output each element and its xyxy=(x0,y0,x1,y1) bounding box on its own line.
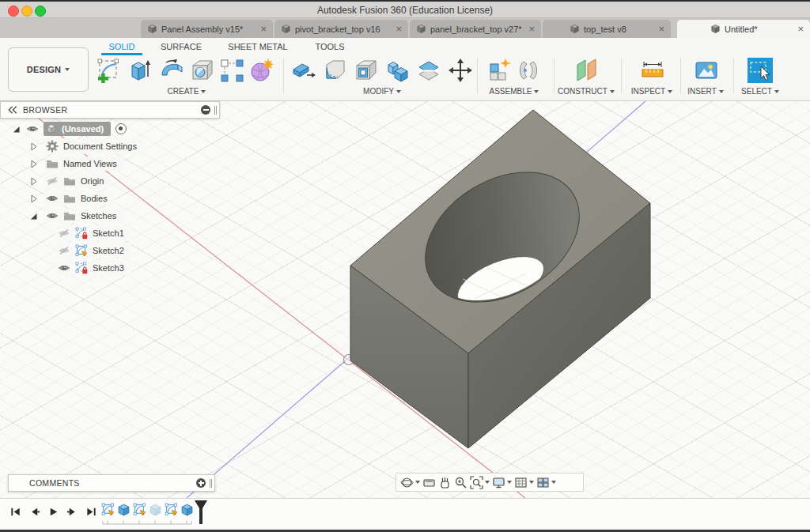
timeline-position-marker[interactable] xyxy=(193,500,209,526)
doc-tab-untitled[interactable]: Untitled* × xyxy=(677,20,810,38)
look-at-tool[interactable] xyxy=(422,476,436,489)
panel-resize-grip[interactable] xyxy=(214,106,217,115)
display-settings-tool[interactable] xyxy=(492,476,512,489)
browser-row-root[interactable]: (Unsaved) xyxy=(11,121,127,137)
document-cube-icon xyxy=(570,24,580,34)
ribbon-tab-sheet-metal[interactable]: SHEET METAL xyxy=(224,42,292,51)
zoom-tool[interactable] xyxy=(454,476,467,489)
model-body[interactable] xyxy=(350,110,650,448)
ribbon-tab-solid[interactable]: SOLID xyxy=(101,42,142,51)
close-tab-icon[interactable]: × xyxy=(260,24,267,34)
collapsed-arrow-icon[interactable] xyxy=(28,159,39,169)
viewports-dropdown-caret[interactable] xyxy=(551,481,556,484)
browser-row-sketch3[interactable]: Sketch3 xyxy=(55,260,131,276)
workspace-selector[interactable]: DESIGN xyxy=(8,47,89,92)
timeline-sketch-feature[interactable] xyxy=(101,503,115,516)
collapsed-arrow-icon[interactable] xyxy=(28,176,39,187)
fit-tool[interactable] xyxy=(470,476,490,489)
timeline-sketch-feature[interactable] xyxy=(165,503,178,516)
browser-row-sketches[interactable]: Sketches xyxy=(28,208,123,224)
new-component-button[interactable] xyxy=(486,56,513,85)
visibility-eye-icon[interactable] xyxy=(26,125,39,133)
hole-button[interactable] xyxy=(188,56,215,85)
browser-panel-header[interactable]: BROWSER xyxy=(0,101,220,119)
browser-row-document-settings[interactable]: Document Settings xyxy=(28,138,144,154)
document-root-item[interactable]: (Unsaved) xyxy=(44,122,111,136)
extrude-button[interactable] xyxy=(127,56,153,85)
doc-tab-panel-assembly[interactable]: Panel Assembly v15* × xyxy=(141,20,273,38)
timeline-extrude-feature-suppressed[interactable] xyxy=(149,503,162,516)
joint-button[interactable] xyxy=(515,56,542,85)
folder-icon xyxy=(63,210,76,221)
ribbon-tab-surface[interactable]: SURFACE xyxy=(157,42,206,51)
revolve-button[interactable] xyxy=(158,56,185,85)
select-group-label[interactable]: SELECT xyxy=(713,87,808,96)
viewports-tool[interactable] xyxy=(536,476,556,489)
browser-row-named-views[interactable]: Named Views xyxy=(28,156,124,172)
grid-display-tool[interactable] xyxy=(514,476,534,489)
expanded-arrow-icon[interactable] xyxy=(11,124,21,134)
add-comment-icon[interactable] xyxy=(196,478,206,488)
collapsed-arrow-icon[interactable] xyxy=(28,141,39,152)
ribbon-tab-tools[interactable]: TOOLS xyxy=(311,42,349,51)
grid-dropdown-caret[interactable] xyxy=(529,481,534,484)
create-group-label[interactable]: CREATE xyxy=(139,87,234,96)
insert-image-button[interactable] xyxy=(693,56,720,85)
collapsed-arrow-icon[interactable] xyxy=(28,194,39,204)
display-dropdown-caret[interactable] xyxy=(507,481,512,484)
visibility-eye-icon[interactable] xyxy=(58,264,70,272)
visibility-eye-off-icon[interactable] xyxy=(58,229,70,237)
panel-resize-grip[interactable] xyxy=(210,479,212,488)
select-button[interactable] xyxy=(747,56,774,85)
pan-tool[interactable] xyxy=(438,476,452,489)
browser-row-bodies[interactable]: Bodies xyxy=(28,191,115,206)
close-tab-icon[interactable]: × xyxy=(528,24,535,34)
panel-minimize-icon[interactable] xyxy=(201,105,210,115)
visibility-eye-icon[interactable] xyxy=(46,212,59,220)
timeline-extrude-feature[interactable] xyxy=(180,503,194,516)
create-form-button[interactable] xyxy=(248,56,275,85)
fusion360-window: Autodesk Fusion 360 (Education License) … xyxy=(0,0,810,532)
collapse-panel-icon[interactable] xyxy=(7,105,18,115)
expanded-arrow-icon[interactable] xyxy=(28,211,39,221)
create-sketch-button[interactable] xyxy=(96,56,123,85)
timeline-playback-controls xyxy=(9,506,97,518)
shell-button[interactable] xyxy=(353,56,380,85)
workspace-label: DESIGN xyxy=(27,65,61,74)
press-pull-button[interactable] xyxy=(290,56,317,85)
close-tab-icon[interactable]: × xyxy=(658,24,664,34)
timeline-sketch-feature[interactable] xyxy=(133,503,146,516)
visibility-eye-icon[interactable] xyxy=(46,194,59,202)
play-button[interactable] xyxy=(47,506,59,518)
browser-row-sketch2[interactable]: Sketch2 xyxy=(55,243,131,258)
skip-to-end-button[interactable] xyxy=(85,506,97,518)
skip-to-start-button[interactable] xyxy=(9,506,21,518)
step-back-button[interactable] xyxy=(28,506,40,518)
construction-plane-button[interactable] xyxy=(573,56,600,85)
fillet-button[interactable] xyxy=(321,56,348,85)
rectangular-pattern-button[interactable] xyxy=(218,56,245,85)
timeline-features xyxy=(101,503,194,516)
move-copy-button[interactable] xyxy=(447,56,474,85)
combine-button[interactable] xyxy=(384,56,411,85)
orbit-tool[interactable] xyxy=(400,476,420,489)
document-cube-icon xyxy=(46,123,57,134)
orbit-dropdown-caret[interactable] xyxy=(415,481,420,484)
close-tab-icon[interactable]: × xyxy=(797,24,804,34)
comments-panel-header[interactable]: COMMENTS xyxy=(8,474,215,492)
split-body-button[interactable] xyxy=(416,56,443,85)
fit-dropdown-caret[interactable] xyxy=(485,481,490,484)
measure-button[interactable] xyxy=(639,56,666,85)
browser-row-sketch1[interactable]: Sketch1 xyxy=(55,225,131,241)
doc-tab-panel-bracket-top[interactable]: panel_bracket_top v27* × xyxy=(410,20,541,38)
modify-group-label[interactable]: MODIFY xyxy=(335,87,430,96)
browser-row-origin[interactable]: Origin xyxy=(28,173,111,189)
timeline-extrude-feature[interactable] xyxy=(117,503,131,516)
active-document-radio[interactable] xyxy=(115,123,127,134)
doc-tab-top-test[interactable]: top_test v8 × xyxy=(543,20,671,38)
visibility-eye-off-icon[interactable] xyxy=(46,177,59,185)
close-tab-icon[interactable]: × xyxy=(396,24,402,34)
doc-tab-pivot-bracket-top[interactable]: pivot_bracket_top v16 × xyxy=(274,20,408,38)
step-forward-button[interactable] xyxy=(66,506,78,518)
visibility-eye-off-icon[interactable] xyxy=(58,247,70,255)
